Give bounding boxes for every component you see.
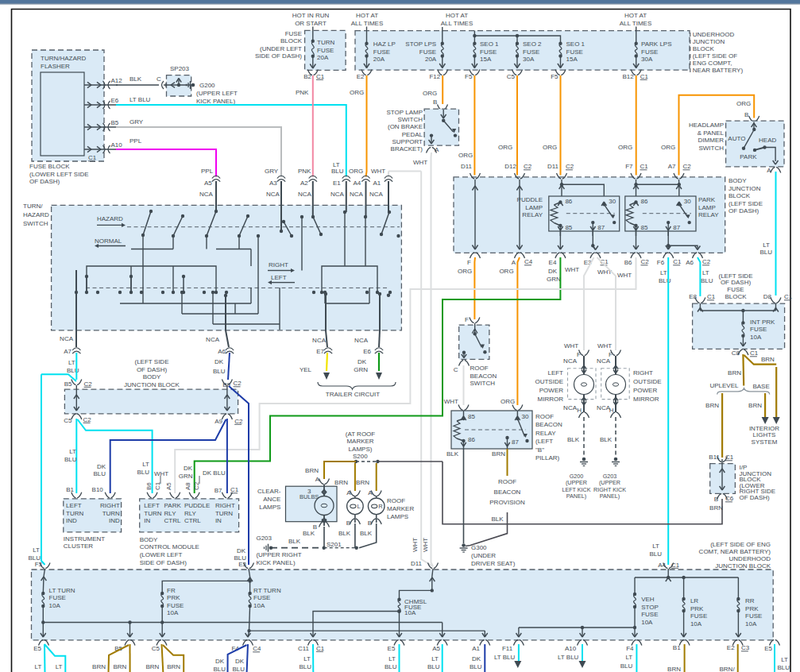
svg-text:A7: A7: [64, 348, 71, 355]
svg-text:DK: DK: [357, 358, 367, 365]
svg-text:TURN: TURN: [215, 510, 233, 517]
svg-text:RT TURN: RT TURN: [253, 587, 281, 594]
svg-text:FUSE: FUSE: [566, 48, 583, 56]
svg-text:(LEFT SIDE: (LEFT SIDE: [719, 272, 753, 280]
svg-text:F5: F5: [551, 73, 558, 80]
svg-text:BEACON: BEACON: [494, 489, 521, 496]
svg-text:10A: 10A: [750, 334, 762, 341]
svg-text:VEH: VEH: [641, 596, 655, 603]
svg-text:C2: C2: [234, 380, 242, 387]
svg-text:BRN: BRN: [709, 504, 723, 512]
svg-text:MARKER: MARKER: [346, 438, 373, 445]
svg-text:LT: LT: [56, 663, 63, 670]
svg-text:RELAY: RELAY: [535, 430, 556, 437]
svg-text:C5: C5: [64, 417, 72, 424]
svg-text:C1: C1: [88, 154, 97, 161]
svg-text:LT: LT: [303, 655, 311, 662]
svg-text:BRN/: BRN/: [720, 666, 736, 672]
svg-text:(LEFT: (LEFT: [535, 438, 553, 445]
svg-text:(UNDER LEFT: (UNDER LEFT: [260, 45, 302, 52]
svg-text:LEFT: LEFT: [144, 502, 160, 509]
svg-text:LT: LT: [431, 655, 439, 662]
svg-text:BLK: BLK: [288, 538, 301, 545]
svg-text:SWITCH: SWITCH: [698, 145, 724, 152]
svg-text:PUDDLE: PUDDLE: [517, 196, 543, 203]
svg-text:SEO 2: SEO 2: [523, 41, 542, 48]
svg-text:ORG: ORG: [736, 100, 751, 107]
svg-text:LEFT: LEFT: [66, 502, 82, 509]
svg-text:A5: A5: [432, 645, 440, 652]
svg-text:FUSE: FUSE: [727, 286, 744, 293]
svg-text:ORG: ORG: [500, 398, 515, 405]
svg-text:B: B: [346, 519, 350, 527]
svg-text:ORG: ORG: [458, 152, 473, 159]
svg-text:BLU: BLU: [299, 663, 311, 670]
svg-text:SYSTEM: SYSTEM: [752, 438, 778, 446]
svg-text:RR: RR: [745, 597, 755, 604]
svg-text:(ON BRAKE: (ON BRAKE: [388, 123, 423, 130]
svg-text:CTRL: CTRL: [184, 517, 201, 524]
svg-text:HAZARD: HAZARD: [97, 215, 123, 222]
svg-text:FUSE: FUSE: [285, 30, 302, 37]
svg-text:C2: C2: [641, 258, 650, 265]
svg-text:A5: A5: [165, 482, 172, 490]
svg-text:C11: C11: [298, 645, 310, 652]
svg-text:LT: LT: [142, 461, 149, 468]
svg-text:D11: D11: [411, 560, 423, 567]
svg-text:A5: A5: [204, 180, 212, 187]
svg-text:85: 85: [565, 224, 572, 231]
svg-text:FUSE: FUSE: [480, 48, 497, 56]
svg-text:G203: G203: [256, 535, 272, 542]
svg-text:HOT AT: HOT AT: [624, 12, 647, 19]
svg-text:E4: E4: [549, 259, 557, 266]
svg-text:NCA: NCA: [199, 191, 214, 198]
svg-text:LAMPS): LAMPS): [349, 446, 373, 453]
svg-text:10A: 10A: [253, 602, 265, 609]
svg-text:BLU: BLU: [67, 367, 79, 374]
svg-text:JUNCTION: JUNCTION: [729, 185, 761, 192]
svg-text:COMT, NEAR BATTERY): COMT, NEAR BATTERY): [699, 548, 771, 555]
svg-text:UNDERHOOD: UNDERHOOD: [693, 31, 735, 38]
svg-text:E1: E1: [333, 180, 341, 187]
svg-text:IN: IN: [144, 517, 150, 524]
svg-text:POWER: POWER: [633, 387, 657, 394]
svg-text:OUTSIDE: OUTSIDE: [633, 378, 662, 385]
svg-text:FUSE: FUSE: [317, 47, 334, 54]
svg-text:ORG: ORG: [423, 90, 437, 97]
svg-text:C1: C1: [640, 73, 649, 80]
svg-text:DK BLU: DK BLU: [203, 469, 226, 477]
svg-text:TURN: TURN: [144, 510, 161, 517]
svg-text:A1: A1: [472, 645, 480, 652]
svg-text:OF DASH): OF DASH): [137, 366, 168, 373]
svg-text:20A: 20A: [425, 56, 437, 63]
svg-text:RELAY: RELAY: [698, 211, 719, 218]
svg-text:INT PRK: INT PRK: [750, 319, 775, 326]
svg-text:C2: C2: [83, 416, 92, 423]
svg-text:S200: S200: [353, 453, 368, 460]
svg-text:PUDDLE: PUDDLE: [184, 502, 210, 509]
svg-text:PNK: PNK: [296, 89, 309, 96]
svg-text:STOP LPS: STOP LPS: [405, 41, 436, 48]
svg-text:BLU: BLU: [470, 663, 482, 670]
svg-text:C1: C1: [154, 481, 161, 490]
svg-text:F12: F12: [429, 73, 440, 80]
svg-text:F11: F11: [502, 645, 513, 652]
svg-text:SEO 1: SEO 1: [566, 41, 586, 48]
svg-text:WHT: WHT: [597, 342, 612, 350]
svg-text:C4: C4: [253, 645, 261, 652]
svg-text:HEAD: HEAD: [759, 137, 776, 144]
svg-text:PARK: PARK: [698, 196, 716, 203]
svg-text:FUSE: FUSE: [750, 326, 767, 333]
svg-text:KICK PANEL): KICK PANEL): [256, 559, 296, 566]
svg-text:ROOF: ROOF: [498, 478, 516, 485]
svg-text:HEADLAMP: HEADLAMP: [689, 122, 724, 129]
svg-text:86: 86: [468, 436, 475, 443]
svg-text:A8: A8: [184, 482, 191, 490]
svg-text:FUSE: FUSE: [641, 611, 658, 618]
svg-text:C1: C1: [230, 486, 239, 493]
svg-text:NEAR BATTERY): NEAR BATTERY): [693, 67, 744, 74]
svg-text:A10: A10: [565, 645, 577, 652]
svg-text:INSTRUMENT: INSTRUMENT: [64, 535, 106, 543]
svg-text:ENG COMPT,: ENG COMPT,: [693, 60, 732, 67]
svg-text:S201: S201: [327, 541, 342, 548]
